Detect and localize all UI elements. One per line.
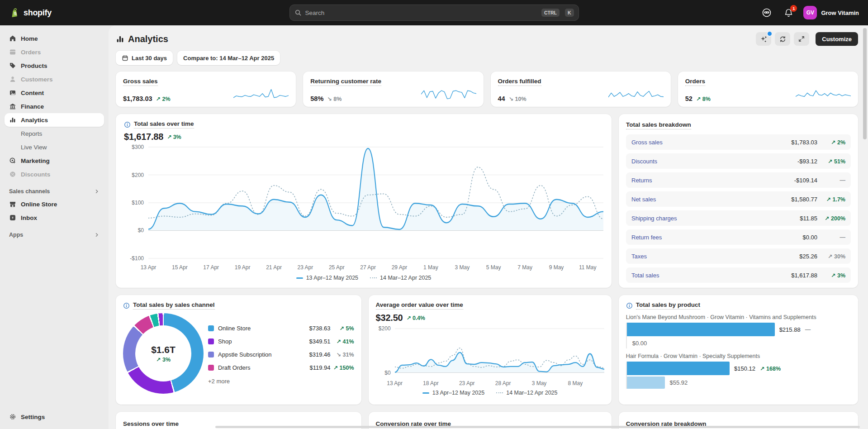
kpi-sparkline xyxy=(421,86,476,102)
expand-button[interactable] xyxy=(794,32,809,46)
aov-line-chart xyxy=(395,324,604,379)
kpi-value: 58%↘ 8% xyxy=(310,95,342,102)
sidebar-item-products[interactable]: Products xyxy=(5,59,104,72)
breakdown-label[interactable]: Return fees xyxy=(631,234,662,241)
previous-bar-row: $0.00 xyxy=(627,338,851,348)
breakdown-change: — xyxy=(817,234,845,240)
channel-label: Shop xyxy=(218,338,232,345)
shopify-bag-icon: S xyxy=(9,7,20,19)
card-title[interactable]: Total sales over time xyxy=(134,120,194,129)
kpi-bottom: 52↗ 8% xyxy=(685,86,851,102)
x-axis-labels: 13 Apr18 Apr23 Apr28 Apr3 May8 May xyxy=(395,379,604,387)
chart-legend: 13 Apr–12 May 202514 Mar–12 Apr 2025 xyxy=(124,272,603,283)
search-icon xyxy=(294,9,302,16)
kpi-value: $1,783.03↗ 2% xyxy=(123,95,171,102)
info-icon[interactable] xyxy=(124,121,131,128)
breakdown-value: $1,580.77 xyxy=(791,196,817,203)
kpi-number: $1,783.03 xyxy=(123,95,152,102)
kpi-change: ↘ 8% xyxy=(327,95,342,102)
shopify-logo[interactable]: S shopify xyxy=(9,7,52,19)
sidebar-item-customers[interactable]: Customers xyxy=(5,72,104,86)
previous-value: $0.00 xyxy=(632,340,647,347)
card-title[interactable]: Total sales by product xyxy=(636,301,700,310)
sidebar-section-sales-channels[interactable]: Sales channels xyxy=(5,188,103,195)
sidebar-item-orders[interactable]: Orders xyxy=(5,45,104,59)
channel-swatch xyxy=(208,338,214,344)
kpi-change: ↘ 10% xyxy=(509,95,526,102)
breakdown-label[interactable]: Net sales xyxy=(631,196,656,203)
card-title[interactable]: Total sales breakdown xyxy=(626,121,691,129)
kpi-card[interactable]: Returning customer rate58%↘ 8% xyxy=(303,72,483,107)
sidebar-item-inbox[interactable]: Inbox xyxy=(5,211,104,224)
customize-button[interactable]: Customize xyxy=(816,32,858,46)
breakdown-label[interactable]: Gross sales xyxy=(631,139,663,146)
total-sales-value: $1,617.88 ↗ 3% xyxy=(124,132,603,142)
vertical-scrollbar-thumb[interactable] xyxy=(863,28,867,139)
compare-button[interactable]: Compare to: 14 Mar–12 Apr 2025 xyxy=(177,51,280,65)
breakdown-label[interactable]: Discounts xyxy=(631,158,657,165)
analytics-icon xyxy=(116,35,124,43)
sidebar-item-finance[interactable]: Finance xyxy=(5,100,104,113)
breakdown-value: $1,617.88 xyxy=(791,272,817,279)
sidebar-item-live-view[interactable]: Live View xyxy=(5,140,104,154)
kpi-title: Orders xyxy=(685,78,705,86)
chevron-right-icon xyxy=(94,232,100,238)
kpi-row: Gross sales$1,783.03↗ 2%Returning custom… xyxy=(116,72,858,107)
y-axis-labels: $300$200$100$0-$100 xyxy=(124,143,148,262)
card-title[interactable]: Average order value over time xyxy=(376,301,463,310)
sidebar-section-apps[interactable]: Apps xyxy=(5,232,103,238)
sidebar-item-discounts[interactable]: Discounts xyxy=(5,167,104,181)
sidekick-button[interactable] xyxy=(760,6,773,19)
refresh-icon xyxy=(779,35,787,43)
kpi-card[interactable]: Gross sales$1,783.03↗ 2% xyxy=(116,72,296,107)
breakdown-row: Return fees$0.00— xyxy=(626,229,851,245)
sidebar-item-reports[interactable]: Reports xyxy=(5,127,104,140)
breakdown-row: Discounts-$93.12↗ 51% xyxy=(626,153,851,169)
kbd-ctrl: CTRL xyxy=(541,9,560,17)
breakdown-label[interactable]: Total sales xyxy=(631,272,659,279)
current-bar-row: $215.88— xyxy=(627,323,851,336)
channel-legend: Online Store$738.63↗ 5%Shop$349.51↗ 41%A… xyxy=(208,322,354,385)
sidebar-item-marketing[interactable]: Marketing xyxy=(5,154,104,167)
breakdown-label[interactable]: Returns xyxy=(631,177,652,184)
sidebar-item-settings[interactable]: Settings xyxy=(5,410,104,424)
notification-badge: 1 xyxy=(790,5,797,12)
card-title[interactable]: Total sales by sales channel xyxy=(133,301,215,310)
breakdown-change: ↗ 2% xyxy=(817,139,845,146)
topbar: S shopify Search CTRL K xyxy=(0,0,868,25)
breakdown-label[interactable]: Taxes xyxy=(631,253,647,260)
sidebar-item-home[interactable]: Home xyxy=(5,32,104,45)
legend-item: 14 Mar–12 Apr 2025 xyxy=(496,390,557,396)
notifications-button[interactable]: 1 xyxy=(782,6,795,19)
kpi-title: Gross sales xyxy=(123,78,158,86)
kpi-bottom: 58%↘ 8% xyxy=(310,86,476,102)
kpi-sparkline xyxy=(796,86,851,102)
sidebar-item-online-store[interactable]: Online Store xyxy=(5,197,104,211)
sidebar-item-analytics[interactable]: Analytics xyxy=(5,113,104,127)
channel-value: $738.63 xyxy=(309,325,331,332)
date-range-button[interactable]: Last 30 days xyxy=(116,51,173,65)
legend-label: 14 Mar–12 Apr 2025 xyxy=(380,275,431,281)
expand-icon xyxy=(798,35,805,43)
main-content: Analytics Customize Last 30 days Compare… xyxy=(109,25,868,429)
person-icon xyxy=(9,76,16,83)
breakdown-row: Taxes$25.26↗ 30% xyxy=(626,248,851,264)
breakdown-label[interactable]: Shipping charges xyxy=(631,215,677,222)
sidebar-item-content[interactable]: Content xyxy=(5,86,104,100)
search-input[interactable]: Search CTRL K xyxy=(289,5,579,21)
more-channels-link[interactable]: +2 more xyxy=(208,378,230,385)
info-icon[interactable] xyxy=(123,302,130,309)
sparkle-icon xyxy=(760,35,768,43)
horizontal-scrollbar-thumb[interactable] xyxy=(215,426,860,428)
calendar-icon xyxy=(122,55,128,62)
channel-change: ↗ 150% xyxy=(331,364,354,371)
kpi-card[interactable]: Orders fulfilled44↘ 10% xyxy=(491,72,671,107)
info-icon[interactable] xyxy=(626,302,633,309)
product-name: Hair Formula · Grow Vitamin · Specialty … xyxy=(626,353,851,359)
account-menu[interactable]: GV Grow Vitamin xyxy=(803,6,859,19)
refresh-button[interactable] xyxy=(775,32,790,46)
kpi-card[interactable]: Orders52↗ 8% xyxy=(678,72,858,107)
magic-insights-button[interactable] xyxy=(756,32,771,46)
legend-label: 14 Mar–12 Apr 2025 xyxy=(506,390,557,396)
discount-icon xyxy=(9,171,16,178)
